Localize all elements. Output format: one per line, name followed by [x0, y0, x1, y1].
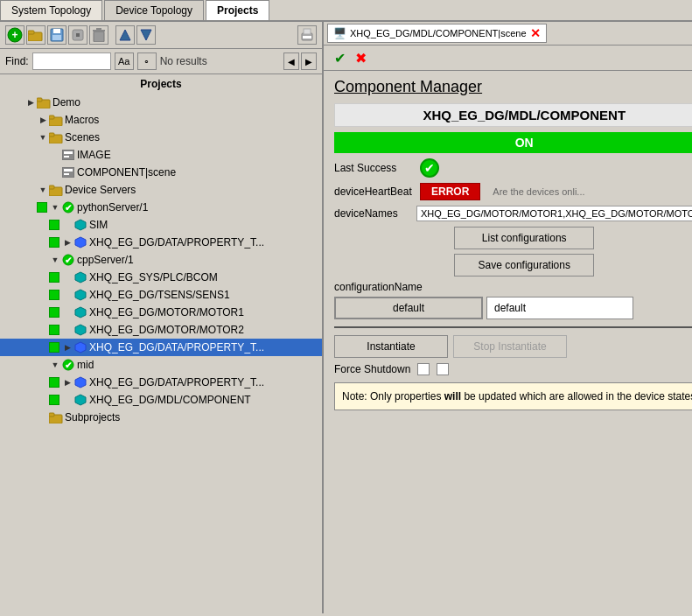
status-empty-indicator — [24, 185, 35, 195]
tree-item[interactable]: XHQ_EG_DG/MOTOR/MOTOR2 — [0, 321, 322, 339]
tree-item[interactable]: XHQ_EG_DG/TSENS/SENS1 — [0, 286, 322, 304]
tree-item[interactable]: Subprojects — [0, 409, 322, 426]
tree-expand-btn[interactable]: ▶ — [61, 376, 73, 388]
svg-rect-16 — [303, 36, 311, 38]
find-nav: ◀ ▶ — [283, 52, 317, 70]
tree-item[interactable]: COMPONENT|scene — [0, 164, 322, 181]
tree-item-label: XHQ_EG_DG/DATA/PROPERTY_T... — [89, 376, 264, 388]
cm-instantiate-btn[interactable]: Instantiate — [334, 335, 448, 358]
tree-expand-btn[interactable]: ▼ — [37, 184, 49, 196]
toolbar-print-btn[interactable] — [297, 25, 317, 45]
tree-item[interactable]: XHQ_EG_DG/MDL/COMPONENT — [0, 391, 322, 409]
tree-expand-btn[interactable] — [61, 324, 73, 336]
tree-expand-btn[interactable]: ▼ — [49, 201, 61, 214]
tree-item-label: XHQ_EG_DG/DATA/PROPERTY_T... — [89, 236, 264, 248]
server-green-icon: ✔ — [61, 253, 75, 267]
folder-icon — [49, 130, 63, 144]
cm-config-input[interactable] — [334, 297, 483, 319]
tree-item[interactable]: XHQ_EG_SYS/PLC/BCOM — [0, 269, 322, 286]
tree-expand-btn[interactable]: ▼ — [49, 359, 61, 371]
tree-item[interactable]: ▼✔cppServer/1 — [0, 251, 322, 269]
status-empty-indicator — [24, 115, 35, 125]
find-label: Find: — [5, 55, 29, 67]
left-toolbar: + — [0, 22, 322, 49]
tree-expand-btn[interactable]: ▶ — [24, 96, 37, 108]
tree-item[interactable]: ▼Device Servers — [0, 181, 322, 199]
tree-item[interactable]: ▼✔mid — [0, 356, 322, 374]
tree-expand-btn[interactable]: ▼ — [37, 131, 49, 144]
toolbar-delete-btn[interactable] — [89, 25, 108, 45]
tree-expand-btn[interactable] — [49, 149, 61, 161]
device-cyan-icon — [73, 218, 87, 232]
right-toolbar: ✔ ✖ — [324, 46, 692, 71]
tree-item[interactable]: ▶Macros — [0, 111, 322, 129]
cm-last-success-icon: ✔ — [420, 158, 439, 178]
tree-expand-btn[interactable] — [37, 411, 49, 424]
tree-expand-btn[interactable] — [49, 166, 61, 178]
tree-item-label: COMPONENT|scene — [77, 166, 176, 178]
tree-root: ▶Demo▶Macros▼Scenes IMAGE COMPONENT|scen… — [0, 94, 322, 426]
tree-header: Projects — [0, 74, 322, 94]
tree-expand-btn[interactable]: ▼ — [49, 254, 61, 266]
cm-config-value[interactable] — [486, 297, 633, 319]
find-wholeword-btn[interactable]: ∘ — [137, 52, 157, 70]
svg-rect-11 — [96, 28, 101, 30]
tree-item[interactable]: ▶Demo — [0, 94, 322, 111]
status-green-indicator — [49, 307, 59, 318]
tab-system-topology[interactable]: System Topology — [0, 0, 102, 20]
svg-marker-34 — [75, 237, 86, 248]
toolbar-open-btn[interactable] — [26, 25, 45, 45]
cm-force-checkbox2[interactable] — [437, 363, 449, 375]
right-tab-component-scene[interactable]: 🖥️ XHQ_EG_DG/MDL/COMPONENT|scene ✕ — [327, 24, 547, 43]
status-empty-indicator — [24, 412, 35, 423]
right-tab-close-btn[interactable]: ✕ — [530, 26, 541, 40]
find-input[interactable] — [32, 52, 111, 70]
tree-item-label: XHQ_EG_DG/TSENS/SENS1 — [89, 289, 230, 301]
toolbar-new-btn[interactable]: + — [5, 25, 24, 45]
tree-item[interactable]: ▶XHQ_EG_DG/DATA/PROPERTY_T... — [0, 339, 322, 356]
tree-expand-btn[interactable]: ▶ — [37, 114, 49, 126]
toolbar-save-btn[interactable] — [47, 25, 66, 45]
tree-expand-btn[interactable] — [61, 289, 73, 301]
svg-rect-28 — [64, 173, 69, 175]
rt-cross-btn[interactable]: ✖ — [352, 49, 369, 66]
tree-item[interactable]: ▶XHQ_EG_DG/DATA/PROPERTY_T... — [0, 374, 322, 391]
cm-device-name: XHQ_EG_DG/MDL/COMPONENT — [334, 103, 692, 127]
tree-item[interactable]: ▶XHQ_EG_DG/DATA/PROPERTY_T... — [0, 234, 322, 251]
status-green-indicator — [49, 377, 59, 388]
tree-item[interactable]: IMAGE — [0, 146, 322, 164]
find-next-btn[interactable]: ▶ — [301, 52, 317, 70]
tree-item[interactable]: XHQ_EG_DG/MOTOR/MOTOR1 — [0, 304, 322, 321]
find-status: No results — [160, 55, 207, 67]
tree-expand-btn[interactable] — [61, 394, 73, 406]
cm-heartbeat-note: Are the devices onli... — [493, 186, 584, 197]
tree-item-label: mid — [77, 359, 94, 371]
tree-item[interactable]: SIM — [0, 216, 322, 234]
svg-rect-47 — [49, 413, 54, 416]
server-green-icon: ✔ — [61, 358, 75, 372]
tree-expand-btn[interactable]: ▶ — [61, 236, 73, 248]
tree-item[interactable]: ▼✔pythonServer/1 — [0, 199, 322, 216]
cm-heartbeat-label: deviceHeartBeat — [334, 186, 413, 198]
find-prev-btn[interactable]: ◀ — [283, 52, 299, 70]
rt-check-btn[interactable]: ✔ — [331, 49, 348, 66]
tree-expand-btn[interactable] — [61, 306, 73, 318]
svg-rect-5 — [53, 29, 60, 33]
cm-config-row — [334, 297, 692, 319]
tree-expand-btn[interactable]: ▶ — [61, 341, 73, 354]
find-matchcase-btn[interactable]: Aa — [115, 52, 134, 70]
toolbar-up-btn[interactable] — [115, 25, 135, 45]
cm-force-checkbox1[interactable] — [417, 363, 430, 375]
svg-text:✔: ✔ — [65, 203, 72, 213]
toolbar-settings-btn[interactable] — [68, 25, 87, 45]
cm-stop-instantiate-btn[interactable]: Stop Instantiate — [453, 335, 567, 358]
toolbar-down-btn[interactable] — [136, 25, 156, 45]
tree-expand-btn[interactable] — [61, 271, 73, 284]
tab-device-topology[interactable]: Device Topology — [104, 0, 204, 20]
cm-save-config-btn[interactable]: Save configurations — [454, 254, 594, 276]
tree-item[interactable]: ▼Scenes — [0, 129, 322, 146]
cm-list-config-btn[interactable]: List configurations — [454, 227, 594, 249]
tab-bar: System Topology Device Topology Projects — [0, 0, 692, 22]
tree-expand-btn[interactable] — [61, 219, 73, 231]
tab-projects[interactable]: Projects — [206, 0, 269, 20]
